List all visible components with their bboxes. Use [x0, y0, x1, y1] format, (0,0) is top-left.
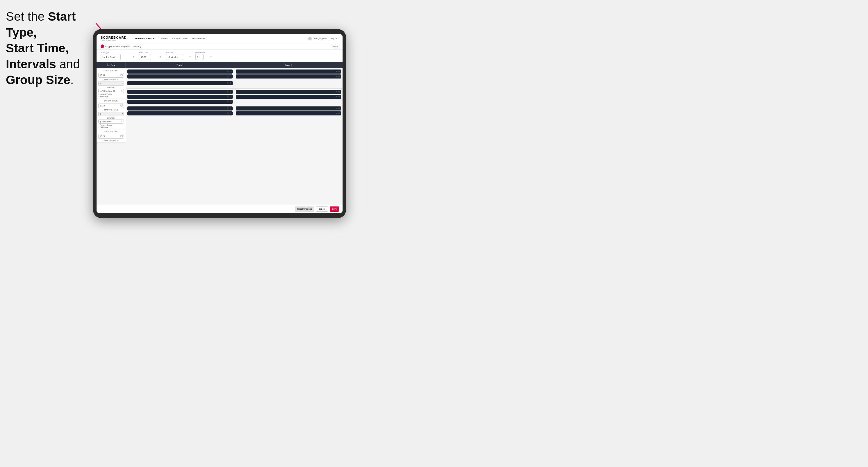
player-x-icon-3-2[interactable]: ✕	[227, 96, 229, 98]
player-x-icon-2-1[interactable]: ✕	[336, 70, 337, 73]
start-time-group: Start Time 10:00	[139, 52, 162, 60]
annotation-line3-rest: and	[56, 57, 80, 71]
clock-icon-2: 🕐	[120, 104, 123, 106]
cancel-button[interactable]: Cancel	[316, 207, 328, 212]
annotation-text: Set the Start Type, Start Time, Interval…	[6, 9, 93, 88]
nav-teams[interactable]: TEAMS	[159, 37, 168, 40]
player-slot-5-1: ✕ ⚙	[127, 106, 232, 111]
player-x-icon-4-2[interactable]: ✕	[336, 96, 337, 98]
team1-cell-2: ✕ ⚙ ✕ ⚙ ✕ ⚙	[126, 89, 234, 105]
team2-cell-1: ✕ ⚙ ✕ ⚙	[234, 68, 343, 80]
start-time-select[interactable]: 10:00	[139, 54, 151, 60]
tee-block-1: STARTING TIME: 🕐 STARTING HOLE: 1 COURSE…	[97, 68, 126, 99]
player-slot-1-1: ✕ ⚙	[127, 69, 232, 73]
player-slot-4-1: ✕ ⚙	[236, 90, 341, 94]
player-slot-3-3: ✕ ⚙	[127, 100, 232, 104]
player-settings-icon-3-2[interactable]: ⚙	[230, 96, 231, 98]
teams-area: Team 1 Team 2 ✕ ⚙ ✕ ⚙	[126, 62, 343, 205]
player-x-icon-5-2[interactable]: ✕	[227, 112, 229, 115]
save-button[interactable]: Save	[330, 207, 339, 212]
course-tag-2: 🏌 East Lake GC ✕	[98, 120, 124, 124]
player-settings-icon-1b-1[interactable]: ⚙	[230, 82, 231, 84]
course-label-1: COURSE:	[98, 87, 124, 88]
player-x-icon-3-1[interactable]: ✕	[227, 91, 229, 93]
player-settings-icon-5-2[interactable]: ⚙	[230, 112, 231, 115]
nav-links: TOURNAMENTS TEAMS COMMITTEE RANKINGS	[135, 37, 206, 40]
back-button[interactable]: ‹ Back	[332, 45, 339, 48]
player-x-icon-6-1[interactable]: ✕	[336, 107, 337, 110]
sign-out-link[interactable]: Sign out	[331, 37, 339, 39]
hole-select-1[interactable]: 1	[98, 81, 124, 86]
tee-row-2: ✕ ⚙ ✕ ⚙ ✕ ⚙ ✕	[126, 89, 343, 105]
player-settings-icon-2-1[interactable]: ⚙	[338, 70, 340, 73]
tee-row-3: ✕ ⚙ ✕ ⚙ ✕ ⚙ ✕	[126, 105, 343, 117]
nav-committee[interactable]: COMMITTEE	[173, 37, 188, 40]
player-settings-icon-2-2[interactable]: ⚙	[338, 75, 340, 77]
player-x-icon-5-1[interactable]: ✕	[227, 107, 229, 110]
player-x-icon-1-2[interactable]: ✕	[227, 75, 229, 77]
annotation-line4-rest: .	[70, 73, 74, 87]
annotation-line3-bold: Intervals	[6, 57, 56, 71]
team2-header: Team 2	[234, 62, 343, 68]
add-group-2[interactable]: + Add Group	[98, 126, 124, 128]
player-settings-icon-6-2[interactable]: ⚙	[338, 112, 340, 115]
hole-select-2[interactable]: 1	[98, 112, 124, 116]
player-slot-4-2: ✕ ⚙	[236, 95, 341, 99]
nav-tournaments[interactable]: TOURNAMENTS	[135, 37, 154, 40]
tournament-name[interactable]: Clippd Invitational (Men)	[105, 45, 130, 48]
player-slot-6-2: ✕ ⚙	[236, 112, 341, 116]
course-name-2: East Lake GC	[102, 121, 113, 122]
tee-row-1: ✕ ⚙ ✕ ⚙ ✕ ⚙ ✕	[126, 68, 343, 80]
player-settings-icon-4-1[interactable]: ⚙	[338, 91, 340, 93]
starting-time-label-1: STARTING TIME:	[98, 69, 124, 71]
player-x-icon-6-2[interactable]: ✕	[336, 112, 337, 115]
hole-select-wrap-2: 1	[98, 111, 124, 117]
course-label-2: COURSE:	[98, 117, 124, 119]
start-time-select-wrap: 10:00	[139, 54, 162, 60]
hole-select-wrap-1: 1	[98, 80, 124, 86]
nav-rankings[interactable]: RANKINGS	[192, 37, 206, 40]
hole-label-3: STARTING HOLE:	[98, 139, 124, 141]
player-settings-icon-1-2[interactable]: ⚙	[230, 75, 231, 77]
course-flag-icon-1: ⚑	[99, 90, 101, 92]
annotation-line1: Set the Start Type,	[6, 9, 75, 39]
clock-icon-1: 🕐	[120, 73, 123, 76]
course-remove-1[interactable]: ✕	[121, 90, 123, 92]
player-x-icon-3-3[interactable]: ✕	[227, 101, 229, 103]
intervals-select-wrap: 10 Minutes 8 Minutes	[166, 54, 192, 60]
start-type-select-wrap: 1st Tee Start Shotgun Start	[101, 54, 135, 60]
group-size-select-wrap: 3 4	[195, 54, 213, 60]
remove-group-1[interactable]: ○ Remove Group	[98, 94, 124, 95]
starting-time-label-3: STARTING TIME:	[98, 130, 124, 132]
filter-bar: Start Type 1st Tee Start Shotgun Start S…	[97, 50, 343, 62]
player-settings-icon-3-1[interactable]: ⚙	[230, 91, 231, 93]
player-settings-icon-6-1[interactable]: ⚙	[338, 107, 340, 110]
breadcrumb-bar: C Clippd Invitational (Men) › Hosting ‹ …	[97, 43, 343, 50]
hosting-label: Hosting	[133, 45, 141, 48]
intervals-select[interactable]: 10 Minutes 8 Minutes	[166, 54, 183, 60]
team1-cell-3: ✕ ⚙ ✕ ⚙	[126, 105, 234, 117]
player-x-icon-4-1[interactable]: ✕	[336, 91, 337, 93]
player-x-icon-1-1[interactable]: ✕	[227, 70, 229, 73]
reset-button[interactable]: Reset Changes	[295, 207, 314, 212]
player-settings-icon-3-3[interactable]: ⚙	[230, 101, 231, 103]
add-group-1[interactable]: + Add Group	[98, 96, 124, 97]
team1-cell-1b: ✕ ⚙	[126, 80, 234, 88]
course-remove-2[interactable]: ✕	[121, 120, 123, 123]
time-input-wrap-1: 🕐	[98, 72, 124, 77]
player-slot-3-1: ✕ ⚙	[127, 90, 232, 94]
player-x-icon-2-2[interactable]: ✕	[336, 75, 337, 77]
clock-icon-3: 🕐	[120, 134, 123, 137]
player-x-icon-1b-1[interactable]: ✕	[227, 82, 229, 84]
player-settings-icon-5-1[interactable]: ⚙	[230, 107, 231, 110]
main-content: Tee Time STARTING TIME: 🕐 STARTING HOLE:…	[97, 62, 343, 205]
group-size-select[interactable]: 3 4	[195, 54, 204, 60]
player-settings-icon-1-1[interactable]: ⚙	[230, 70, 231, 73]
annotation-line4-bold: Group Size	[6, 73, 70, 87]
tablet-frame: SCOREBOARD Powered by clipp.io TOURNAMEN…	[93, 29, 346, 218]
user-email: blair@clippd.io	[313, 37, 327, 39]
player-settings-icon-4-2[interactable]: ⚙	[338, 96, 340, 98]
starting-time-label-2: STARTING TIME:	[98, 100, 124, 102]
remove-group-2[interactable]: ○ Remove Group	[98, 124, 124, 126]
start-type-select[interactable]: 1st Tee Start Shotgun Start	[101, 54, 121, 60]
